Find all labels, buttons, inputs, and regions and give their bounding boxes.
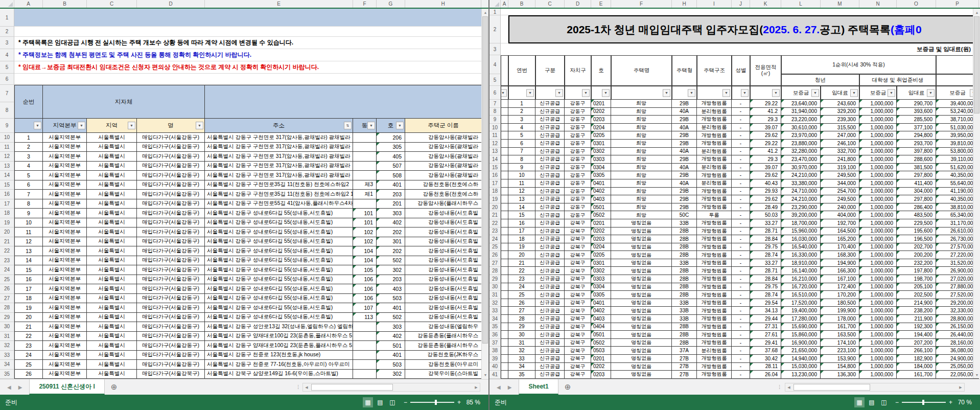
cell[interactable]: 서울특별시 강동구 천중로 123(천호동,jk house) xyxy=(205,351,353,360)
cell[interactable]: 1,000,000 xyxy=(859,227,897,236)
row-number[interactable]: 30 xyxy=(0,322,14,332)
cell[interactable]: 294,800 xyxy=(897,131,936,140)
cell[interactable]: 28B xyxy=(672,267,697,275)
cell[interactable]: 24,710,000 xyxy=(781,188,821,196)
cell[interactable]: 명칭없음 xyxy=(611,323,672,331)
row-number[interactable]: 16 xyxy=(0,190,14,199)
row-number[interactable]: 30 xyxy=(489,283,501,291)
cell[interactable]: - xyxy=(732,283,750,291)
cell[interactable]: 28.49 xyxy=(750,203,781,212)
cell[interactable]: 신규공급 xyxy=(535,164,565,172)
cell[interactable]: 개방형원룸 xyxy=(697,116,732,124)
cell[interactable]: 서울특별시 강동구 양재대로100길 23(둔촌동,플래시하우스 5차) 플래시… xyxy=(205,341,353,351)
cell[interactable]: 30,610,000 xyxy=(781,124,821,132)
cell[interactable]: 184,000 xyxy=(897,363,936,371)
cell[interactable]: 매입다가구(서울강동구) xyxy=(137,275,205,285)
cell[interactable]: 13,230,000 xyxy=(781,371,821,379)
cell[interactable]: 24 xyxy=(508,283,535,291)
cell[interactable]: 33B xyxy=(672,315,697,323)
cell[interactable]: 서울지역본부 xyxy=(43,152,87,162)
cell[interactable]: 강동둔촌동(플래시하우스 xyxy=(405,341,481,351)
cell[interactable]: 0205 xyxy=(591,131,611,140)
cell[interactable]: 서울특별시 xyxy=(87,275,137,285)
row-number[interactable]: 23 xyxy=(0,256,14,266)
cell[interactable]: 37A xyxy=(672,347,697,355)
cell[interactable]: 29.62 xyxy=(750,131,781,140)
filter-dropdown-icon[interactable]: ▼ xyxy=(811,89,819,97)
cell[interactable]: 신규공급 xyxy=(535,323,565,331)
cell[interactable]: 신규공급 xyxy=(535,227,565,236)
cell[interactable] xyxy=(501,315,508,323)
cell[interactable]: 0204 xyxy=(591,124,611,132)
cell[interactable]: 33.27 xyxy=(750,219,781,227)
row-number[interactable]: 29 xyxy=(0,313,14,323)
cell[interactable]: 신규공급 xyxy=(535,235,565,243)
cell[interactable]: - xyxy=(732,108,750,116)
cell[interactable]: - xyxy=(732,195,750,203)
cell[interactable]: 개방형원룸 xyxy=(697,131,732,140)
cell[interactable]: 28.11 xyxy=(750,363,781,371)
cell[interactable]: 21 xyxy=(14,322,43,332)
cell[interactable]: 명칭없음 xyxy=(611,291,672,299)
cell[interactable]: 1,000,000 xyxy=(859,164,897,172)
row-number[interactable]: 1 xyxy=(489,9,501,15)
cell[interactable]: 매입다가구(서울강북구) xyxy=(137,370,205,379)
cell[interactable]: 30 xyxy=(508,331,535,339)
cell[interactable]: 희망 xyxy=(611,164,672,172)
cell[interactable]: 개방형원룸 xyxy=(697,243,732,252)
cell[interactable]: 0202 xyxy=(591,227,611,236)
cell[interactable]: 19 xyxy=(508,243,535,252)
cell[interactable] xyxy=(501,171,508,179)
cell[interactable]: 249,500 xyxy=(821,195,859,203)
cell[interactable]: 243,600 xyxy=(821,100,859,108)
filter-cell[interactable]: ▼ xyxy=(508,86,535,100)
cell[interactable]: 22 xyxy=(508,267,535,275)
cell[interactable]: 매입다가구(서울강동구) xyxy=(137,180,205,190)
cell[interactable]: 29.93 xyxy=(750,188,781,196)
cell[interactable]: 411,400 xyxy=(897,179,936,188)
row-number[interactable]: 12 xyxy=(0,152,14,162)
cell[interactable]: 강북구 xyxy=(565,283,591,291)
cell[interactable]: 서울특별시 xyxy=(87,237,137,247)
cell[interactable]: 16,030,000 xyxy=(781,235,821,243)
cell[interactable]: 개방형원룸 xyxy=(697,188,732,196)
cell[interactable]: - xyxy=(732,299,750,307)
cell[interactable]: 명칭없음 xyxy=(611,307,672,315)
cell[interactable]: 8 xyxy=(14,199,43,209)
cell[interactable]: 1,000,000 xyxy=(859,331,897,339)
cell[interactable]: 서울특별시 xyxy=(87,162,137,171)
cell[interactable]: 강동구 xyxy=(565,124,591,132)
cell[interactable]: 50.03 xyxy=(750,211,781,219)
cell[interactable]: 신규공급 xyxy=(535,267,565,275)
filter-dropdown-icon[interactable]: ▼ xyxy=(602,89,610,97)
cell[interactable]: 198,700 xyxy=(897,275,936,283)
cell[interactable]: 13 xyxy=(14,246,43,256)
cell[interactable]: 희망 xyxy=(611,131,672,140)
cell[interactable]: 서울특별시 xyxy=(87,190,137,199)
cell[interactable]: 서울지역본부 xyxy=(43,162,87,171)
column-letter-F[interactable]: F xyxy=(353,0,377,8)
filter-cell[interactable]: ▼ xyxy=(501,86,508,100)
cell[interactable]: 0301 xyxy=(591,140,611,148)
header-ho[interactable]: 호 xyxy=(591,55,611,86)
cell[interactable]: 6 xyxy=(14,180,43,190)
cell[interactable]: 서울특별시 강동구 성내로6다길 55(성내동,서도휴빌) xyxy=(205,303,353,313)
cell[interactable]: 16,140,000 xyxy=(781,267,821,275)
filter-dropdown-icon[interactable]: ▼ xyxy=(888,89,895,97)
cell[interactable]: - xyxy=(732,116,750,124)
header-structure[interactable]: 주택구조 xyxy=(697,55,732,86)
row-number[interactable]: 39 xyxy=(489,355,501,363)
cell[interactable]: 강동암사동(광채빌라 xyxy=(405,162,481,171)
cell[interactable]: 163,500 xyxy=(821,331,859,339)
cell[interactable]: 10 xyxy=(508,171,535,179)
cell[interactable] xyxy=(501,15,508,43)
cell[interactable]: 28B xyxy=(672,331,697,339)
cell[interactable]: 강동구 xyxy=(565,155,591,164)
cell[interactable]: 강북구 xyxy=(565,299,591,307)
cell[interactable]: 0304 xyxy=(591,283,611,291)
cell[interactable]: 27 xyxy=(508,307,535,315)
cell[interactable]: 344,000 xyxy=(821,179,859,188)
cell[interactable]: 28.71 xyxy=(750,267,781,275)
filter-cell[interactable]: ▼ xyxy=(697,86,732,100)
cell[interactable]: 170,200 xyxy=(821,291,859,299)
